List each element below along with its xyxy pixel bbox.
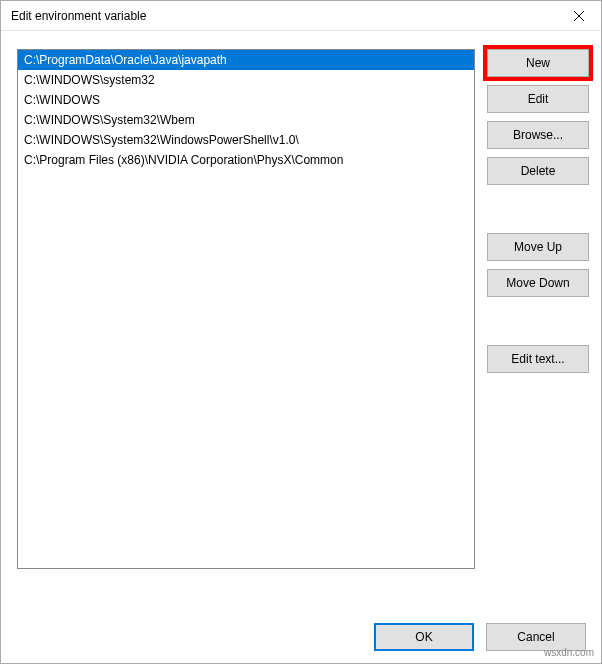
dialog-content: C:\ProgramData\Oracle\Java\javapathC:\WI… <box>1 31 601 663</box>
path-listbox[interactable]: C:\ProgramData\Oracle\Java\javapathC:\WI… <box>17 49 475 569</box>
side-buttons: New Edit Browse... Delete Move Up Move D… <box>487 49 589 609</box>
cancel-button[interactable]: Cancel <box>486 623 586 651</box>
list-item[interactable]: C:\Program Files (x86)\NVIDIA Corporatio… <box>18 150 474 170</box>
move-down-button[interactable]: Move Down <box>487 269 589 297</box>
list-item[interactable]: C:\WINDOWS\System32\Wbem <box>18 110 474 130</box>
list-item[interactable]: C:\WINDOWS <box>18 90 474 110</box>
list-item[interactable]: C:\WINDOWS\System32\WindowsPowerShell\v1… <box>18 130 474 150</box>
edit-text-button[interactable]: Edit text... <box>487 345 589 373</box>
edit-env-var-dialog: Edit environment variable C:\ProgramData… <box>0 0 602 664</box>
browse-button[interactable]: Browse... <box>487 121 589 149</box>
close-icon <box>574 11 584 21</box>
list-item[interactable]: C:\WINDOWS\system32 <box>18 70 474 90</box>
close-button[interactable] <box>556 1 601 30</box>
new-button[interactable]: New <box>487 49 589 77</box>
window-title: Edit environment variable <box>11 9 146 23</box>
spacer <box>487 305 589 337</box>
main-row: C:\ProgramData\Oracle\Java\javapathC:\WI… <box>17 49 589 609</box>
spacer <box>487 193 589 225</box>
edit-button[interactable]: Edit <box>487 85 589 113</box>
list-item[interactable]: C:\ProgramData\Oracle\Java\javapath <box>18 50 474 70</box>
titlebar: Edit environment variable <box>1 1 601 31</box>
dialog-footer: OK Cancel <box>17 609 589 651</box>
move-up-button[interactable]: Move Up <box>487 233 589 261</box>
ok-button[interactable]: OK <box>374 623 474 651</box>
delete-button[interactable]: Delete <box>487 157 589 185</box>
